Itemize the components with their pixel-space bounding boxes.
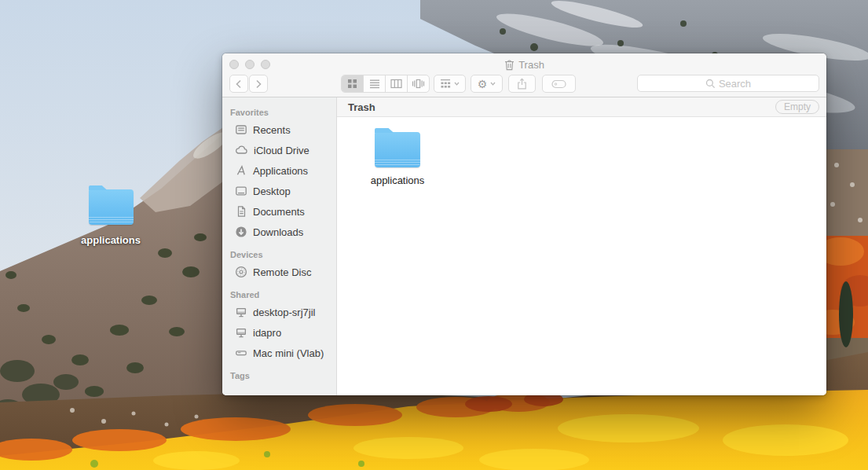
sidebar-section-favorites: Favorites Recents iCloud Drive bbox=[222, 105, 336, 242]
sidebar-item-label: Downloads bbox=[253, 226, 303, 238]
trash-icon bbox=[504, 59, 515, 71]
mac-mini-icon bbox=[235, 347, 247, 359]
tag-icon bbox=[551, 79, 567, 89]
arrange-button[interactable] bbox=[434, 75, 466, 93]
sidebar-item-label: iCloud Drive bbox=[254, 145, 309, 156]
sidebar-item-mac-mini-vlab[interactable]: Mac mini (Vlab) bbox=[222, 343, 336, 363]
chevron-down-icon bbox=[490, 82, 496, 86]
window-body: Favorites Recents iCloud Drive bbox=[222, 97, 826, 395]
arrange-icon bbox=[440, 79, 451, 89]
sidebar-item-label: idapro bbox=[253, 327, 281, 339]
sidebar-item-label: desktop-srj7jil bbox=[253, 307, 315, 318]
sidebar-item-applications[interactable]: Applications bbox=[222, 160, 336, 181]
file-list: applications bbox=[337, 117, 826, 186]
sidebar-item-label: Recents bbox=[253, 124, 291, 136]
zoom-button[interactable] bbox=[261, 60, 270, 69]
desktop-icon bbox=[235, 185, 247, 197]
action-button[interactable]: ⚙ bbox=[471, 75, 503, 93]
folder-icon bbox=[89, 189, 134, 225]
optical-disc-icon bbox=[235, 266, 247, 278]
icon-view-button[interactable] bbox=[342, 75, 363, 92]
desktop-icon-applications[interactable]: applications bbox=[75, 185, 147, 246]
section-title: Shared bbox=[222, 288, 336, 302]
sidebar-item-label: Remote Disc bbox=[253, 266, 311, 278]
list-view-button[interactable] bbox=[363, 75, 385, 92]
sidebar-section-tags: Tags bbox=[222, 369, 336, 383]
search-placeholder: Search bbox=[719, 78, 751, 90]
recents-icon bbox=[235, 123, 247, 136]
file-item-label: applications bbox=[371, 174, 425, 186]
sidebar-item-downloads[interactable]: Downloads bbox=[222, 222, 336, 242]
tag-button[interactable] bbox=[542, 75, 576, 93]
back-button[interactable] bbox=[229, 75, 248, 93]
empty-trash-label: Empty bbox=[784, 101, 811, 112]
file-item-applications[interactable]: applications bbox=[361, 128, 434, 186]
display-icon bbox=[235, 326, 247, 339]
sidebar-item-label: Applications bbox=[253, 165, 308, 177]
coverflow-view-button[interactable] bbox=[407, 75, 429, 92]
sidebar-item-desktop[interactable]: Desktop bbox=[222, 181, 336, 201]
window-title: Trash bbox=[222, 59, 826, 71]
sidebar-item-label: Documents bbox=[253, 206, 305, 218]
sidebar-item-idapro[interactable]: idapro bbox=[222, 322, 336, 343]
sidebar-item-label: Mac mini (Vlab) bbox=[253, 347, 324, 359]
search-icon bbox=[705, 79, 716, 89]
sidebar-item-recents[interactable]: Recents bbox=[222, 119, 336, 140]
share-button[interactable] bbox=[508, 75, 536, 93]
content-title: Trash bbox=[348, 101, 775, 113]
sidebar-section-shared: Shared desktop-srj7jil bbox=[222, 288, 336, 363]
gear-icon: ⚙ bbox=[478, 79, 488, 90]
chevron-right-icon bbox=[255, 79, 262, 89]
content-area: Trash Empty applications bbox=[337, 97, 826, 395]
minimize-button[interactable] bbox=[245, 60, 255, 69]
icon-view-icon bbox=[347, 79, 357, 89]
coverflow-view-icon bbox=[412, 79, 425, 89]
forward-button[interactable] bbox=[249, 75, 268, 93]
sidebar-item-documents[interactable]: Documents bbox=[222, 201, 336, 222]
chevron-down-icon bbox=[454, 82, 460, 86]
finder-window: Trash bbox=[222, 53, 826, 395]
icloud-icon bbox=[235, 144, 248, 156]
sidebar-item-icloud-drive[interactable]: iCloud Drive bbox=[222, 140, 336, 160]
window-controls bbox=[229, 60, 270, 69]
sidebar-section-devices: Devices Remote Disc bbox=[222, 248, 336, 282]
section-title: Devices bbox=[222, 248, 336, 262]
section-title: Tags bbox=[222, 369, 336, 383]
applications-icon bbox=[235, 164, 247, 177]
section-title: Favorites bbox=[222, 105, 336, 119]
chevron-left-icon bbox=[235, 79, 243, 89]
sidebar: Favorites Recents iCloud Drive bbox=[222, 97, 337, 395]
documents-icon bbox=[235, 205, 247, 218]
close-button[interactable] bbox=[229, 60, 239, 69]
display-icon bbox=[235, 306, 247, 318]
search-input[interactable]: Search bbox=[637, 75, 819, 92]
share-icon bbox=[517, 78, 527, 90]
sidebar-item-desktop-srj7jil[interactable]: desktop-srj7jil bbox=[222, 302, 336, 322]
empty-trash-button[interactable]: Empty bbox=[775, 100, 819, 114]
list-view-icon bbox=[369, 79, 380, 89]
sidebar-item-remote-disc[interactable]: Remote Disc bbox=[222, 262, 336, 282]
view-mode-control bbox=[341, 75, 430, 93]
nav-buttons bbox=[229, 75, 268, 93]
column-view-button[interactable] bbox=[385, 75, 407, 92]
window-title-text: Trash bbox=[518, 59, 544, 71]
content-header: Trash Empty bbox=[337, 97, 826, 117]
desktop-icon-label: applications bbox=[81, 234, 141, 246]
folder-icon bbox=[375, 132, 420, 167]
column-view-icon bbox=[390, 79, 402, 89]
titlebar[interactable]: Trash bbox=[222, 53, 826, 97]
sidebar-item-label: Desktop bbox=[253, 185, 291, 197]
downloads-icon bbox=[235, 226, 247, 238]
